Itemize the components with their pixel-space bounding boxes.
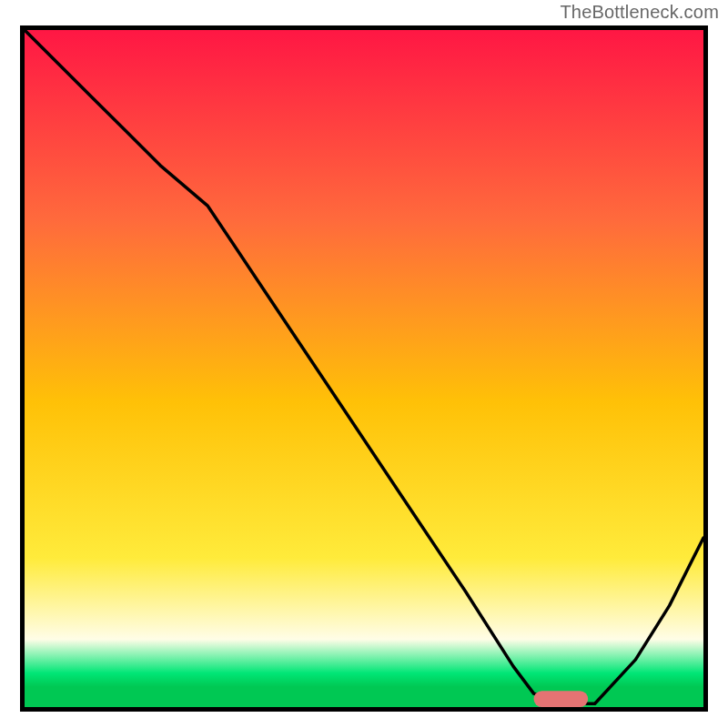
plot-area [20, 25, 708, 712]
chart-container: TheBottleneck.com [0, 0, 728, 728]
plot-svg [25, 30, 703, 707]
watermark-label: TheBottleneck.com [560, 2, 719, 23]
optimal-marker [534, 691, 589, 707]
